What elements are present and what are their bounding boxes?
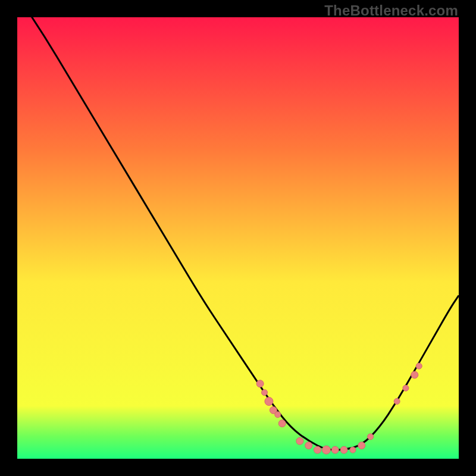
data-marker xyxy=(322,446,330,454)
data-marker xyxy=(411,371,418,378)
watermark-text: TheBottleneck.com xyxy=(324,2,458,19)
data-marker xyxy=(331,446,339,453)
data-marker xyxy=(296,437,303,444)
data-marker xyxy=(340,446,347,453)
data-marker xyxy=(265,397,273,406)
data-marker xyxy=(256,380,264,387)
data-marker xyxy=(278,420,286,427)
data-marker xyxy=(358,442,365,449)
data-marker xyxy=(403,385,409,391)
gradient-background xyxy=(17,17,459,459)
data-marker xyxy=(394,399,400,405)
bottleneck-chart xyxy=(17,17,459,459)
data-marker xyxy=(275,412,281,418)
data-marker xyxy=(314,446,321,453)
data-marker xyxy=(305,442,312,449)
data-marker xyxy=(262,390,268,396)
data-marker xyxy=(350,447,356,453)
data-marker xyxy=(368,434,374,440)
data-marker xyxy=(416,363,422,369)
chart-frame xyxy=(17,17,459,459)
